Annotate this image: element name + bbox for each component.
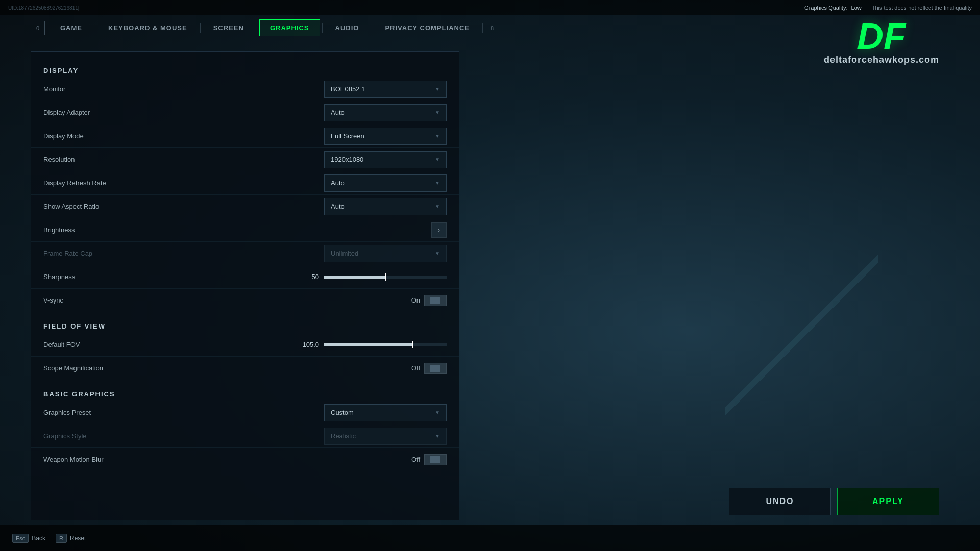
setting-label-resolution: Resolution bbox=[43, 156, 324, 163]
tab-screen[interactable]: SCREEN bbox=[203, 19, 255, 36]
tab-audio[interactable]: AUDIO bbox=[325, 19, 370, 36]
section-display-header: DISPLAY bbox=[31, 62, 459, 78]
v-sync-value: On bbox=[411, 296, 420, 304]
fov-slider[interactable] bbox=[324, 343, 447, 346]
section-basic-graphics-header: BASIC GRAPHICS bbox=[31, 385, 459, 401]
nav-divider-left bbox=[47, 23, 47, 33]
reset-button[interactable]: R Reset bbox=[56, 534, 86, 543]
top-bar-right: Graphics Quality: Low This test does not… bbox=[804, 5, 972, 11]
dropdown-arrow-monitor: ▼ bbox=[435, 86, 440, 92]
setting-row-resolution: Resolution 980x551 ▼ bbox=[31, 148, 459, 171]
setting-label-scope-mag: Scope Magnification bbox=[43, 364, 411, 372]
logo: DF deltaforcehawkops.com bbox=[824, 18, 939, 65]
back-key-icon: Esc bbox=[12, 534, 29, 543]
dropdown-resolution[interactable]: 980x551 ▼ bbox=[324, 151, 447, 168]
weapon-motion-blur-toggle-inner bbox=[430, 456, 440, 463]
back-label: Back bbox=[32, 535, 45, 542]
section-fov-header: FIELD OF VIEW bbox=[31, 317, 459, 333]
bottom-bar: Esc Back R Reset bbox=[0, 525, 980, 551]
weapon-motion-blur-toggle[interactable] bbox=[424, 454, 447, 465]
dropdown-arrow-frame-rate-cap: ▼ bbox=[435, 251, 440, 256]
setting-row-refresh-rate: Display Refresh Rate Auto ▼ bbox=[31, 171, 459, 195]
nav-right-icon[interactable]: 8 bbox=[485, 21, 499, 35]
dropdown-graphics-preset[interactable]: Custom ▼ bbox=[324, 404, 447, 421]
nav-divider-2 bbox=[200, 23, 201, 33]
dropdown-display-adapter[interactable]: Auto ▼ bbox=[324, 104, 447, 121]
settings-panel: DISPLAY Monitor BOE0852 1 ▼ Display Adap… bbox=[31, 51, 459, 520]
logo-df-text: DF bbox=[824, 18, 939, 55]
setting-label-display-mode: Display Mode bbox=[43, 132, 324, 140]
setting-row-brightness: Brightness › bbox=[31, 218, 459, 242]
sharpness-thumb bbox=[385, 273, 386, 281]
weapon-motion-blur-toggle-container: Off bbox=[411, 454, 447, 465]
brightness-arrow-button[interactable]: › bbox=[431, 222, 447, 238]
setting-row-scope-mag: Scope Magnification Off bbox=[31, 357, 459, 380]
setting-label-frame-rate-cap: Frame Rate Cap bbox=[43, 249, 324, 257]
sharpness-slider-container: 50 bbox=[299, 273, 447, 281]
dropdown-arrow-display-adapter: ▼ bbox=[435, 110, 440, 115]
quality-label: Graphics Quality: Low bbox=[804, 5, 862, 11]
dropdown-graphics-style[interactable]: Realistic ▼ bbox=[324, 428, 447, 445]
scope-mag-value: Off bbox=[411, 364, 420, 372]
dropdown-arrow-display-mode: ▼ bbox=[435, 133, 440, 139]
nav-divider-3 bbox=[257, 23, 257, 33]
setting-row-sharpness: Sharpness 50 bbox=[31, 265, 459, 289]
dropdown-display-mode[interactable]: Full Screen ▼ bbox=[324, 128, 447, 145]
tab-graphics[interactable]: GRAPHICS bbox=[259, 19, 320, 36]
uid-text: UID:187726250889276216811|T bbox=[8, 5, 83, 11]
apply-button[interactable]: APPLY bbox=[837, 488, 939, 515]
tab-game[interactable]: GAME bbox=[50, 19, 93, 36]
setting-row-default-fov: Default FOV 105.0 bbox=[31, 333, 459, 357]
dropdown-arrow-graphics-style: ▼ bbox=[435, 433, 440, 439]
sharpness-value: 50 bbox=[299, 273, 319, 281]
dropdown-monitor[interactable]: BOE0852 1 ▼ bbox=[324, 81, 447, 98]
v-sync-toggle[interactable] bbox=[424, 295, 447, 306]
setting-label-graphics-style: Graphics Style bbox=[43, 432, 324, 440]
setting-label-refresh-rate: Display Refresh Rate bbox=[43, 179, 324, 187]
top-bar: UID:187726250889276216811|T Graphics Qua… bbox=[0, 0, 980, 15]
setting-label-graphics-preset: Graphics Preset bbox=[43, 409, 324, 416]
setting-label-v-sync: V-sync bbox=[43, 296, 411, 304]
fov-fill bbox=[324, 343, 412, 346]
setting-row-graphics-style: Graphics Style Realistic ▼ bbox=[31, 424, 459, 448]
dropdown-arrow-graphics-preset: ▼ bbox=[435, 410, 440, 415]
dropdown-frame-rate-cap[interactable]: Unlimited ▼ bbox=[324, 245, 447, 262]
nav-divider-1 bbox=[95, 23, 95, 33]
nav-divider-5 bbox=[372, 23, 372, 33]
dropdown-refresh-rate[interactable]: Auto ▼ bbox=[324, 174, 447, 192]
setting-row-monitor: Monitor BOE0852 1 ▼ bbox=[31, 78, 459, 101]
setting-row-weapon-motion-blur: Weapon Motion Blur Off bbox=[31, 448, 459, 471]
setting-row-display-adapter: Display Adapter Auto ▼ bbox=[31, 101, 459, 124]
reset-key-icon: R bbox=[56, 534, 67, 543]
fov-value: 105.0 bbox=[299, 341, 319, 348]
fov-thumb bbox=[412, 341, 413, 348]
action-buttons: UNDO APPLY bbox=[729, 488, 939, 515]
dropdown-aspect-ratio[interactable]: Auto ▼ bbox=[324, 198, 447, 215]
weapon-motion-blur-value: Off bbox=[411, 456, 420, 463]
sharpness-slider[interactable] bbox=[324, 276, 447, 279]
nav-tabs: 0 GAME KEYBOARD & MOUSE SCREEN GRAPHICS … bbox=[31, 19, 499, 36]
logo-site-text: deltaforcehawkops.com bbox=[824, 55, 939, 65]
setting-row-frame-rate-cap: Frame Rate Cap Unlimited ▼ bbox=[31, 242, 459, 265]
quality-warning: This test does not reflect the final qua… bbox=[872, 5, 972, 11]
setting-label-monitor: Monitor bbox=[43, 85, 324, 93]
nav-divider-right bbox=[482, 23, 483, 33]
setting-row-aspect-ratio: Show Aspect Ratio Auto ▼ bbox=[31, 195, 459, 218]
undo-button[interactable]: UNDO bbox=[729, 488, 831, 515]
setting-label-aspect-ratio: Show Aspect Ratio bbox=[43, 203, 324, 210]
tab-keyboard-mouse[interactable]: KEYBOARD & MOUSE bbox=[97, 19, 198, 36]
reset-label: Reset bbox=[70, 535, 86, 542]
setting-row-v-sync: V-sync On bbox=[31, 289, 459, 312]
v-sync-toggle-inner bbox=[430, 297, 440, 304]
dropdown-arrow-aspect-ratio: ▼ bbox=[435, 204, 440, 209]
back-button[interactable]: Esc Back bbox=[12, 534, 45, 543]
tab-privacy-compliance[interactable]: PRIVACY COMPLIANCE bbox=[374, 19, 480, 36]
dropdown-arrow-refresh-rate: ▼ bbox=[435, 180, 440, 186]
background-decoration bbox=[725, 245, 878, 500]
setting-label-brightness: Brightness bbox=[43, 226, 431, 234]
v-sync-toggle-container: On bbox=[411, 295, 447, 306]
setting-row-graphics-preset: Graphics Preset Custom ▼ bbox=[31, 401, 459, 424]
scope-mag-toggle[interactable] bbox=[424, 363, 447, 374]
nav-left-icon[interactable]: 0 bbox=[31, 21, 45, 35]
nav-divider-4 bbox=[322, 23, 323, 33]
